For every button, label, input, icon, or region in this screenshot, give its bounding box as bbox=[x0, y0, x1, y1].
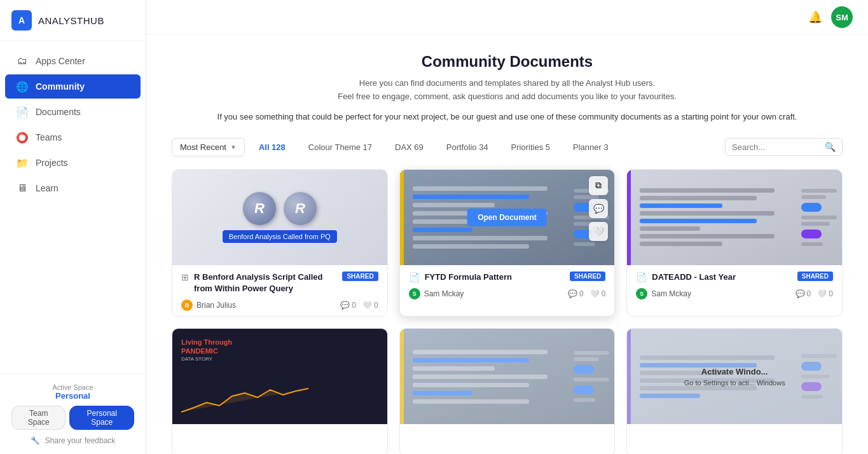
doc-line bbox=[640, 226, 699, 231]
card-meta-top: 📄 FYTD Formula Pattern SHARED bbox=[409, 272, 606, 283]
sidebar-item-label: Teams bbox=[36, 132, 62, 142]
doc-page-side bbox=[571, 329, 614, 424]
r-label: Benford Analysis Called from PQ bbox=[223, 230, 337, 243]
doc-line bbox=[413, 391, 472, 396]
doc-line bbox=[413, 383, 530, 387]
card-author: B Brian Julius bbox=[181, 299, 236, 311]
doc-icon: 📄 bbox=[636, 272, 647, 282]
filter-tab-colour[interactable]: Colour Theme 17 bbox=[300, 139, 381, 156]
page-body: Community Documents Here you can find do… bbox=[146, 35, 868, 454]
feedback-icon: 🔧 bbox=[31, 436, 40, 445]
card-author-row: S Sam Mckay 💬 0 🤍 0 bbox=[409, 288, 606, 299]
comment-button[interactable]: 💬 bbox=[589, 199, 608, 218]
card-name-area: ⊞ R Benford Analysis Script Called from … bbox=[181, 272, 337, 294]
card-stats: 💬 0 🤍 0 bbox=[568, 289, 605, 298]
avatar[interactable]: SM bbox=[831, 6, 853, 28]
filter-tab-all[interactable]: All 128 bbox=[250, 139, 294, 156]
filter-tab-dax[interactable]: DAX 69 bbox=[386, 139, 432, 156]
doc-toggle bbox=[574, 365, 594, 374]
sidebar-item-documents[interactable]: 📄 Documents bbox=[5, 100, 141, 124]
shared-badge: SHARED bbox=[342, 272, 378, 281]
doc-line bbox=[640, 211, 775, 216]
card-meta: 📄 DATEADD - Last Year SHARED S Sam Mckay bbox=[627, 265, 842, 305]
card-dateadd2[interactable]: Activate Windo... Go to Settings to acti… bbox=[626, 328, 843, 454]
sidebar-item-community[interactable]: 🌐 Community bbox=[5, 74, 141, 99]
sidebar-item-label: Documents bbox=[36, 107, 81, 117]
feedback-link[interactable]: 🔧 Share your feedback bbox=[11, 436, 134, 445]
heart-icon: 🤍 bbox=[362, 301, 372, 310]
grid-icon: ⊞ bbox=[181, 272, 189, 282]
sidebar-item-learn[interactable]: 🖥 Learn bbox=[5, 176, 141, 200]
like-count: 0 bbox=[602, 289, 606, 298]
documents-icon: 📄 bbox=[17, 106, 28, 118]
favorite-button[interactable]: 🤍 bbox=[589, 222, 608, 241]
r-logo-2: R bbox=[284, 192, 317, 225]
card-r-benford[interactable]: R R Benford Analysis Called from PQ ⊞ R … bbox=[172, 169, 388, 317]
card-name-area: 📄 FYTD Formula Pattern bbox=[409, 272, 565, 283]
doc-page-line bbox=[801, 189, 837, 193]
doc-line bbox=[413, 236, 548, 240]
card-dateadd[interactable]: 📄 DATEADD - Last Year SHARED S Sam Mckay bbox=[626, 169, 843, 317]
card-author-row: B Brian Julius 💬 0 🤍 0 bbox=[181, 299, 378, 311]
card-thumbnail: R R Benford Analysis Called from PQ bbox=[172, 170, 387, 265]
author-avatar: S bbox=[636, 288, 647, 299]
doc-page-line bbox=[574, 242, 595, 246]
filter-tab-portfolio[interactable]: Portfolio 34 bbox=[437, 139, 497, 156]
card-doc2[interactable] bbox=[399, 328, 616, 454]
doc-toggle bbox=[801, 230, 822, 238]
team-space-button[interactable]: Team Space bbox=[11, 406, 65, 430]
author-avatar: B bbox=[181, 299, 193, 311]
doc-page-line bbox=[801, 195, 826, 199]
filter-tab-priorities[interactable]: Priorities 5 bbox=[502, 139, 559, 156]
card-meta: 📄 FYTD Formula Pattern SHARED S Sam Mcka… bbox=[400, 265, 615, 305]
page-desc-line1: Here you can find documents and template… bbox=[172, 77, 843, 104]
card-fytd[interactable]: Open Document ⧉ 💬 🤍 📄 FYTD Formula Patte… bbox=[399, 169, 616, 317]
card-stats: 💬 0 🤍 0 bbox=[340, 301, 378, 310]
doc-line bbox=[640, 196, 757, 200]
sort-dropdown[interactable]: Most Recent ▼ bbox=[172, 138, 245, 156]
pandemic-subtitle: DATA STORY bbox=[181, 356, 378, 362]
top-bar: 🔔 SM bbox=[146, 0, 868, 35]
search-input[interactable] bbox=[732, 142, 821, 152]
card-author: S Sam Mckay bbox=[636, 288, 691, 299]
sidebar-item-label: Learn bbox=[36, 183, 59, 193]
sort-label: Most Recent bbox=[180, 142, 226, 152]
author-name: Brian Julius bbox=[196, 301, 236, 310]
sidebar-item-label: Community bbox=[36, 81, 85, 92]
filter-tab-planner[interactable]: Planner 3 bbox=[564, 139, 617, 156]
doc-page-line bbox=[574, 357, 598, 361]
logo-area: A ANALYSTHUB bbox=[0, 0, 146, 41]
like-stat: 🤍 0 bbox=[590, 289, 606, 298]
card-title: DATEADD - Last Year bbox=[652, 272, 736, 283]
copy-button[interactable]: ⧉ bbox=[589, 176, 608, 195]
doc-page-line bbox=[801, 216, 837, 219]
dateadd-lines bbox=[631, 170, 799, 265]
space-toggle: Team Space Personal Space bbox=[11, 406, 134, 430]
cards-grid: R R Benford Analysis Called from PQ ⊞ R … bbox=[172, 169, 843, 454]
sidebar-item-teams[interactable]: ⭕ Teams bbox=[5, 125, 141, 149]
doc-line bbox=[640, 219, 757, 223]
learn-icon: 🖥 bbox=[17, 182, 28, 194]
card-author-row: S Sam Mckay 💬 0 🤍 0 bbox=[636, 288, 833, 299]
heart-icon: 🤍 bbox=[817, 289, 827, 298]
r-logo-1: R bbox=[243, 192, 276, 225]
card-meta bbox=[400, 424, 615, 454]
doc-line bbox=[413, 195, 530, 199]
notification-bell-icon[interactable]: 🔔 bbox=[808, 10, 822, 24]
card-pandemic[interactable]: Living ThroughPANDEMIC DATA STORY bbox=[172, 328, 388, 454]
author-name: Sam Mckay bbox=[651, 289, 691, 298]
personal-space-button[interactable]: Personal Space bbox=[69, 406, 134, 430]
open-document-button[interactable]: Open Document bbox=[467, 209, 547, 226]
doc-icon: 📄 bbox=[409, 272, 420, 282]
doc-line bbox=[413, 350, 548, 354]
comment-icon: 💬 bbox=[796, 289, 805, 298]
card-meta bbox=[172, 424, 387, 454]
card-meta bbox=[627, 424, 842, 454]
doc-line bbox=[413, 399, 530, 404]
search-icon: 🔍 bbox=[825, 142, 836, 152]
pandemic-title: Living ThroughPANDEMIC bbox=[181, 338, 378, 356]
sidebar-item-apps-center[interactable]: 🗂 Apps Center bbox=[5, 49, 141, 73]
r-logos: R R bbox=[243, 192, 317, 225]
sidebar-item-projects[interactable]: 📁 Projects bbox=[5, 151, 141, 175]
card-meta: ⊞ R Benford Analysis Script Called from … bbox=[172, 265, 387, 316]
